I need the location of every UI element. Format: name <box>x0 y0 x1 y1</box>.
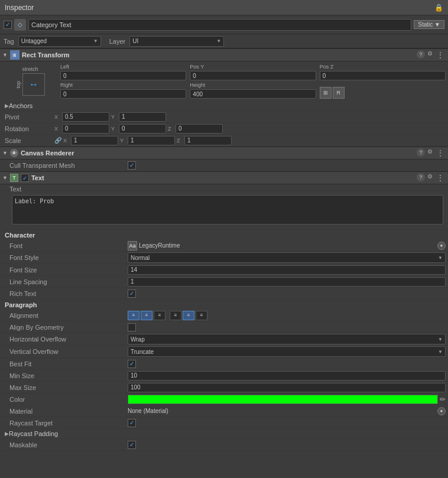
text-settings-icon[interactable]: ⚙ <box>427 173 433 183</box>
min-size-input[interactable] <box>128 371 446 381</box>
text-menu-icon[interactable]: ⋮ <box>435 173 446 183</box>
scale-z-input[interactable] <box>184 136 232 145</box>
text-collapse-arrow[interactable]: ▼ <box>2 175 8 181</box>
text-enabled-checkbox[interactable]: ✓ <box>21 174 29 182</box>
text-help-icon[interactable]: ? <box>417 173 425 181</box>
left-input[interactable] <box>60 71 186 80</box>
posz-field-group: Pos Z <box>320 64 446 80</box>
anchors-row[interactable]: ▶ Anchors <box>0 101 448 111</box>
canvas-collapse-arrow[interactable]: ▼ <box>2 150 8 156</box>
stretch-container: stretch top ↔ <box>4 64 57 96</box>
material-row: Material None (Material) ● <box>0 405 448 417</box>
layer-dropdown-arrow: ▼ <box>216 38 221 44</box>
rect-transform-title: Rect Transform <box>22 51 414 58</box>
right-input[interactable] <box>60 89 186 99</box>
align-center-btn[interactable]: ≡ <box>141 311 152 320</box>
rect-transform-header: ▼ ⊞ Rect Transform ? ⚙ ⋮ <box>0 48 448 61</box>
rot-y-input[interactable] <box>119 124 166 134</box>
align-bottom-btn[interactable]: ≡ <box>196 311 207 320</box>
rot-z-input[interactable] <box>176 124 223 134</box>
align-right-btn[interactable]: ≡ <box>154 311 165 320</box>
line-spacing-input[interactable] <box>128 277 446 287</box>
object-active-checkbox[interactable]: ✓ <box>4 21 12 29</box>
r-button[interactable]: R <box>333 87 345 99</box>
raycast-padding-expand-arrow: ▶ <box>5 431 9 437</box>
vertical-overflow-value: Truncate <box>131 349 154 355</box>
pivot-label: Pivot <box>5 113 52 121</box>
scale-y-tag: Y <box>120 138 126 144</box>
cull-transparent-row: Cull Transparent Mesh ✓ <box>0 160 448 171</box>
static-badge[interactable]: Static ▼ <box>414 20 444 29</box>
text-content-area[interactable]: Label: Prob <box>12 195 443 225</box>
material-label: Material <box>9 408 128 415</box>
object-name-field[interactable] <box>28 19 411 31</box>
horizontal-overflow-value: Wrap <box>131 336 145 343</box>
best-fit-checkbox[interactable]: ✓ <box>128 360 136 368</box>
material-select-button[interactable]: ● <box>437 407 446 415</box>
raycast-target-row: Raycast Target ✓ <box>0 417 448 429</box>
blueprint-button[interactable]: ⊞ <box>320 87 332 99</box>
layer-dropdown[interactable]: UI ▼ <box>129 36 224 47</box>
align-by-geometry-checkbox[interactable]: ✓ <box>128 323 136 331</box>
horizontal-overflow-dropdown[interactable]: Wrap ▼ <box>128 334 446 344</box>
raycast-padding-row[interactable]: ▶ Raycast Padding <box>0 429 448 439</box>
max-size-input[interactable] <box>128 383 446 392</box>
font-size-input[interactable] <box>128 265 446 275</box>
rotation-row: Rotation X Y Z <box>0 123 448 135</box>
align-left-btn[interactable]: ≡ <box>128 311 139 320</box>
height-input[interactable] <box>190 89 316 99</box>
canvas-icon: 👁 <box>10 149 18 157</box>
posy-label: Pos Y <box>190 64 316 70</box>
top-label: top <box>15 81 21 89</box>
rect-help-icon[interactable]: ? <box>417 50 425 58</box>
color-swatch[interactable] <box>128 395 438 404</box>
rect-collapse-arrow[interactable]: ▼ <box>2 52 8 58</box>
align-top-btn[interactable]: ≡ <box>170 311 181 320</box>
pivot-y-input[interactable] <box>119 112 166 122</box>
tag-dropdown[interactable]: Untagged ▼ <box>18 36 101 47</box>
vertical-overflow-arrow: ▼ <box>438 349 443 355</box>
rect-fields: Left Pos Y Pos Z Right Height <box>60 64 446 99</box>
canvas-menu-icon[interactable]: ⋮ <box>435 148 446 158</box>
rich-text-checkbox[interactable]: ✓ <box>128 290 136 298</box>
rot-x-input[interactable] <box>62 124 109 134</box>
canvas-settings-icon[interactable]: ⚙ <box>427 148 433 158</box>
canvas-help-icon[interactable]: ? <box>417 148 425 157</box>
font-style-label: Font Style <box>9 254 128 261</box>
pivot-x-input[interactable] <box>62 112 109 122</box>
rect-menu-icon[interactable]: ⋮ <box>435 50 446 60</box>
font-select-button[interactable]: ● <box>437 242 446 250</box>
max-size-label: Max Size <box>9 384 128 391</box>
posy-input[interactable] <box>190 71 316 80</box>
scale-y-input[interactable] <box>128 136 175 145</box>
text-field-container: Text Label: Prob <box>0 184 448 230</box>
maskable-checkbox[interactable]: ✓ <box>128 441 136 449</box>
vertical-overflow-dropdown[interactable]: Truncate ▼ <box>128 346 446 357</box>
pivot-x-tag: X <box>54 114 60 120</box>
raycast-target-checkbox[interactable]: ✓ <box>128 419 136 427</box>
rect-settings-icon[interactable]: ⚙ <box>427 50 433 60</box>
posz-input[interactable] <box>320 71 446 80</box>
color-picker-icon[interactable]: ✏ <box>440 395 446 404</box>
rot-x-tag: X <box>54 126 60 132</box>
height-label: Height <box>190 82 316 88</box>
left-field-group: Left <box>60 64 186 80</box>
align-middle-btn[interactable]: ≡ <box>183 311 194 320</box>
cull-transparent-checkbox[interactable]: ✓ <box>128 161 136 170</box>
alignment-row: Alignment ≡ ≡ ≡ ≡ ≡ ≡ <box>0 310 448 321</box>
font-label: Font <box>9 242 128 249</box>
pivot-row: Pivot X Y <box>0 111 448 123</box>
font-style-dropdown[interactable]: Normal ▼ <box>128 252 446 263</box>
lock-icon[interactable]: 🔒 <box>434 4 443 12</box>
font-size-row: Font Size <box>0 264 448 276</box>
best-fit-label: Best Fit <box>9 360 128 368</box>
font-style-arrow: ▼ <box>438 255 443 261</box>
anchors-label: Anchors <box>9 102 33 109</box>
right-field-group: Right <box>60 82 186 99</box>
stretch-box[interactable]: ↔ <box>22 73 45 96</box>
color-row: Color ✏ <box>0 394 448 405</box>
tag-label: Tag <box>4 38 14 45</box>
scale-x-input[interactable] <box>71 136 118 145</box>
rich-text-label: Rich Text <box>9 290 128 297</box>
scale-z-tag: Z <box>177 138 183 144</box>
